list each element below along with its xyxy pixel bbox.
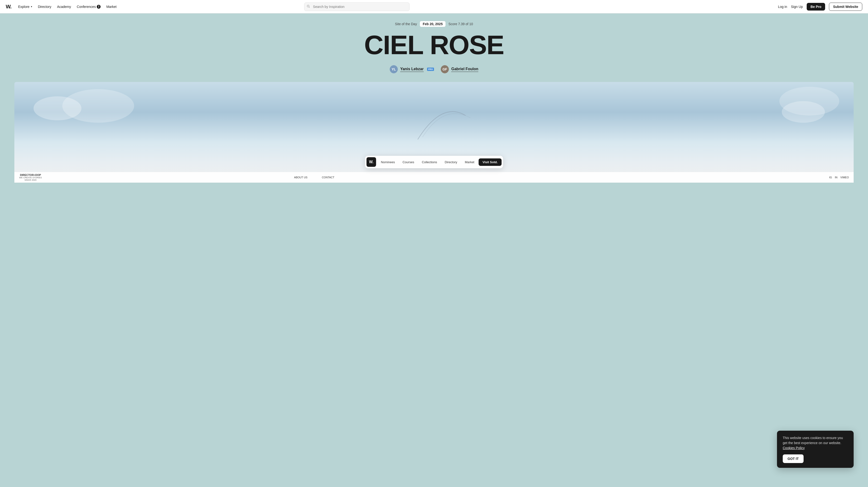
conferences-badge: 2 (97, 5, 101, 9)
screenshot-brand-main: DIRECTOR+DOP (19, 173, 42, 176)
pro-badge: PRO (427, 67, 434, 71)
score-label: Score 7.39 of 10 (448, 22, 473, 26)
screenshot-nav-links: ABOUT US CONTACT (294, 176, 334, 179)
navbar: W. Explore ▾ Directory Academy Conferenc… (0, 0, 868, 13)
bottom-bar: W. Nominees Courses Collections Director… (365, 156, 503, 168)
author-2[interactable]: GF Gabriel Foulon (441, 65, 478, 73)
screenshot-brand-sub1: WE CREATE STORIES (19, 176, 42, 179)
nav-right: Log in Sign Up Be Pro Submit Website (778, 3, 862, 11)
signup-button[interactable]: Sign Up (791, 5, 803, 9)
author-1[interactable]: YL Yanis Lebzar PRO (390, 65, 434, 73)
screenshot-nav-socials: IG IN VIMEO (829, 176, 849, 179)
bottom-bar-directory[interactable]: Directory (441, 159, 461, 166)
bottom-bar-logo: W. (367, 157, 376, 167)
avatar-circle-2: GF (441, 65, 449, 73)
nav-conferences[interactable]: Conferences 2 (77, 5, 101, 9)
author-2-name: Gabriel Foulon (451, 67, 478, 72)
search-bar (304, 2, 409, 11)
screenshot-brand-sub2: SINCE 2020 (19, 179, 42, 181)
screenshot-ig: IG (829, 176, 832, 179)
screenshot-nav-contact: CONTACT (322, 176, 334, 179)
bottom-bar-collections[interactable]: Collections (418, 159, 440, 166)
avatar-circle-1: YL (390, 65, 398, 73)
sotd-label: Site of the Day (395, 22, 417, 26)
bottom-bar-nav: Nominees Courses Collections Directory M… (377, 159, 477, 166)
visit-sotd-button[interactable]: Visit Sotd. (478, 159, 501, 166)
be-pro-button[interactable]: Be Pro (807, 3, 825, 10)
screenshot-brand: DIRECTOR+DOP WE CREATE STORIES SINCE 202… (19, 173, 42, 181)
search-input[interactable] (304, 2, 409, 11)
screenshot-in: IN (835, 176, 838, 179)
nav-directory[interactable]: Directory (38, 5, 51, 9)
site-logo[interactable]: W. (6, 4, 11, 10)
bottom-bar-market[interactable]: Market (462, 159, 478, 166)
screenshot-vimeo: VIMEO (840, 176, 849, 179)
bottom-bar-wrapper: W. Nominees Courses Collections Director… (365, 156, 503, 168)
nav-academy[interactable]: Academy (57, 5, 71, 9)
nav-market[interactable]: Market (106, 5, 117, 9)
author-2-avatar: GF (441, 65, 449, 73)
chevron-down-icon: ▾ (31, 5, 32, 8)
nav-explore[interactable]: Explore ▾ (18, 5, 32, 9)
author-1-name: Yanis Lebzar (400, 67, 424, 72)
date-badge: Feb 20, 2025 (420, 21, 445, 27)
screenshot-preview: DIRECTOR+DOP WE CREATE STORIES SINCE 202… (14, 82, 854, 183)
got-it-button[interactable]: GOT IT (783, 454, 804, 463)
authors: YL Yanis Lebzar PRO GF Gabriel Foulon (0, 65, 868, 73)
cookies-policy-link[interactable]: Cookies Policy (783, 446, 805, 450)
bottom-bar-courses[interactable]: Courses (399, 159, 417, 166)
cookie-text: This website uses cookies to ensure you … (783, 435, 848, 451)
bottom-bar-nominees[interactable]: Nominees (377, 159, 398, 166)
nav-links: Explore ▾ Directory Academy Conferences … (18, 5, 117, 9)
screenshot-inner-nav: DIRECTOR+DOP WE CREATE STORIES SINCE 202… (14, 172, 854, 183)
main-content: Site of the Day Feb 20, 2025 Score 7.39 … (0, 13, 868, 183)
cookie-banner: This website uses cookies to ensure you … (777, 431, 854, 468)
author-1-avatar: YL (390, 65, 398, 73)
screenshot-nav-about: ABOUT US (294, 176, 308, 179)
submit-website-button[interactable]: Submit Website (829, 3, 862, 11)
site-title: CIEL ROSE (0, 32, 868, 58)
login-button[interactable]: Log in (778, 5, 787, 9)
sotd-meta: Site of the Day Feb 20, 2025 Score 7.39 … (0, 21, 868, 27)
